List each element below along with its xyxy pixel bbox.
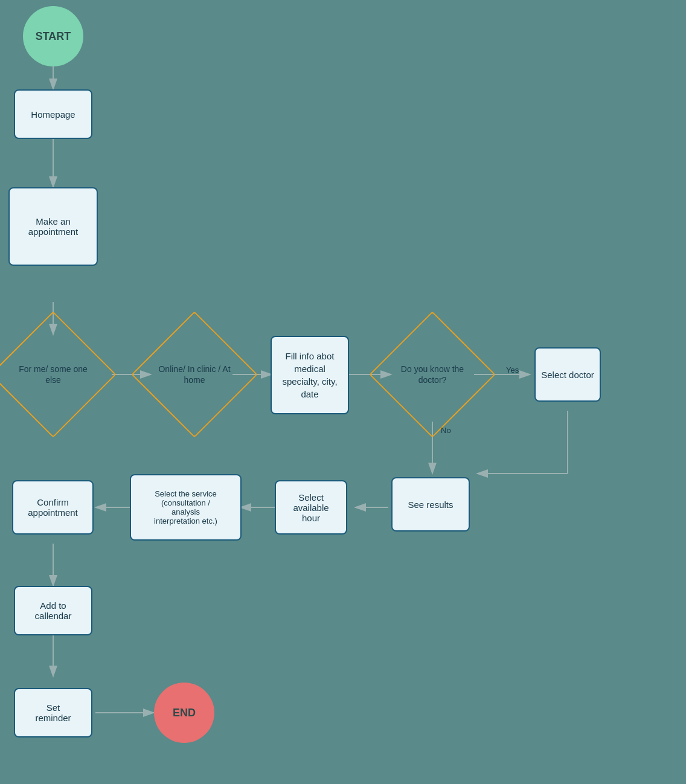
select-available-hour-node: Select available hour <box>275 480 347 535</box>
online-in-clinic-diamond: Online/ In clinic / At home <box>150 330 239 419</box>
select-doctor-label: Select doctor <box>541 370 594 380</box>
select-service-label: Select the service (consultation / analy… <box>154 489 217 525</box>
confirm-appointment-node: Confirm appointment <box>12 480 94 535</box>
select-doctor-node: Select doctor <box>534 347 601 402</box>
end-label: END <box>173 707 196 719</box>
yes-label: Yes <box>506 365 519 374</box>
start-node: START <box>23 6 83 66</box>
add-to-calendar-label: Add to callendar <box>35 600 72 621</box>
select-available-hour-label: Select available hour <box>293 492 329 523</box>
do-you-know-label: Do you know the doctor? <box>401 364 464 385</box>
make-appointment-node: Make an appointment <box>8 187 98 266</box>
no-label: No <box>441 426 451 435</box>
start-label: START <box>36 30 71 43</box>
see-results-label: See results <box>408 500 453 510</box>
confirm-appointment-label: Confirm appointment <box>28 497 78 518</box>
set-reminder-node: Set reminder <box>14 688 92 737</box>
for-me-label: For me/ some one else <box>19 364 88 385</box>
make-appointment-label: Make an appointment <box>14 216 92 237</box>
homepage-node: Homepage <box>14 89 92 139</box>
add-to-calendar-node: Add to callendar <box>14 586 92 635</box>
see-results-node: See results <box>391 477 470 532</box>
end-node: END <box>154 683 214 743</box>
set-reminder-label: Set reminder <box>35 702 71 723</box>
homepage-label: Homepage <box>31 109 75 120</box>
online-in-clinic-label: Online/ In clinic / At home <box>158 364 230 385</box>
do-you-know-diamond: Do you know the doctor? <box>388 330 477 419</box>
select-service-node: Select the service (consultation / analy… <box>130 474 242 541</box>
for-me-diamond: For me/ some one else <box>8 330 98 419</box>
fill-info-node: Fill info abot medical specialty, city, … <box>271 336 349 414</box>
fill-info-label: Fill info abot medical specialty, city, … <box>282 350 337 400</box>
